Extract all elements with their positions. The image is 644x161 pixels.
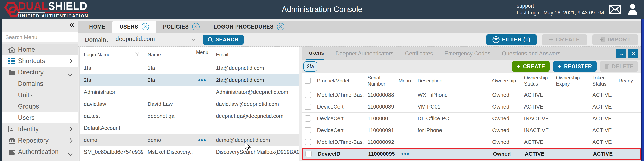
tab-home[interactable]: HOME [82, 21, 112, 33]
filter-button[interactable]: FILTER (1) [486, 34, 537, 45]
row-checkbox[interactable] [305, 115, 311, 121]
dualshield-logo: DUALSHIELD UNIFIED AUTHENTICATION [3, 1, 88, 18]
bank-icon [8, 137, 18, 144]
column-name[interactable]: Name [144, 47, 193, 62]
table-row-hovered[interactable]: demo demo ••• demo@deepnetid.com [80, 134, 299, 146]
table-row[interactable]: Administrator Administrator@deepnetid.co… [80, 86, 299, 98]
table-row[interactable]: DefaultAccount [80, 122, 299, 134]
home-icon [8, 46, 18, 53]
mail-icon[interactable] [609, 5, 621, 14]
search-icon [208, 37, 213, 42]
table-row[interactable]: 1fa 1fa 1fa@deepnetid.com [80, 62, 299, 74]
chevron-down-icon [68, 72, 73, 76]
column-ownership-expiry[interactable]: Ownership Expiry [553, 73, 589, 89]
tokens-table-header: Product/Model Serial Number Menu Descrip… [302, 73, 641, 89]
create-user-button[interactable]: + CREATE [542, 34, 587, 45]
sidebar-item-domains[interactable]: Domains [2, 78, 78, 89]
logo-rule [18, 12, 88, 13]
row-menu-icon[interactable]: ••• [198, 79, 206, 81]
table-row-selected[interactable]: 2fa 2fa ••• 2fa@deepnetid.com [80, 74, 299, 86]
column-serial-number[interactable]: Serial Number [364, 73, 396, 89]
import-button[interactable]: IMPORT [592, 34, 638, 45]
chevron-down-icon [68, 151, 73, 156]
mouse-cursor [244, 142, 252, 152]
status-badge: ACTIVE [589, 89, 615, 101]
sidebar-item-identity[interactable]: Identity [2, 123, 78, 135]
status-badge: ACTIVE [589, 136, 615, 148]
close-tab-icon[interactable]: ✕ [277, 23, 284, 30]
sidebar-item-directory[interactable]: Directory [2, 67, 78, 78]
row-checkbox[interactable] [305, 127, 311, 133]
table-row[interactable]: qa.test deepnet qa deepnet.qa@deepnetid.… [80, 110, 299, 122]
close-panel-button[interactable]: ✕ [628, 49, 638, 59]
sidebar-collapse-icon[interactable]: « [70, 20, 74, 29]
status-badge: ACTIVE [521, 101, 553, 112]
row-checkbox[interactable] [305, 139, 311, 145]
column-ownership-status[interactable]: Ownership Status [521, 73, 553, 89]
row-menu-icon[interactable]: ••• [401, 153, 410, 155]
id-badge-icon [8, 126, 18, 132]
table-row-selected[interactable]: DeviceID 110000095 ••• Owned ACTIVE ACTI… [302, 148, 641, 160]
column-login-name[interactable]: Login Name [84, 52, 110, 57]
header: DUALSHIELD UNIFIED AUTHENTICATION Admini… [0, 0, 644, 19]
user-chip[interactable]: 2fa [304, 61, 317, 72]
sidebar-item-authentication[interactable]: Authentication [2, 146, 78, 157]
folder-icon [8, 69, 18, 75]
delete-token-button[interactable]: DELETE [600, 61, 638, 72]
users-table-header: Login Name Name Menu Email [80, 47, 299, 62]
row-checkbox[interactable] [306, 151, 312, 157]
sidebar-menu: Home Shortcuts Directory Domains Units G… [2, 44, 78, 157]
column-description[interactable]: Description [414, 73, 489, 89]
create-token-button[interactable]: + CREATE [512, 61, 550, 72]
sidebar-item-home[interactable]: Home [2, 44, 78, 55]
sidebar-item-shortcuts[interactable]: Shortcuts [2, 55, 78, 67]
sidebar-item-units[interactable]: Units [2, 89, 78, 101]
expand-panel-button[interactable]: ↔ [616, 49, 626, 59]
search-menu-input[interactable] [2, 32, 78, 42]
row-checkbox[interactable] [305, 92, 311, 98]
column-filter-icon[interactable] [135, 52, 140, 57]
select-all-checkbox[interactable] [305, 78, 311, 84]
user-account-icon[interactable] [627, 4, 639, 15]
table-row[interactable]: DeviceCert 1100000... DI -Office PC Owne… [302, 113, 641, 124]
table-row[interactable]: DeviceCert 110000091 for iPhone Owned IN… [302, 124, 641, 136]
table-row[interactable]: SM_0e80afbd6c754e939 MsExchDiscovery... … [80, 146, 299, 158]
domain-select[interactable]: deepnetid.com [114, 35, 196, 44]
status-badge: INACTIVE [521, 113, 553, 124]
tokens-table: Product/Model Serial Number Menu Descrip… [302, 73, 641, 160]
status-badge: ACTIVE [589, 124, 615, 136]
search-button[interactable]: SEARCH [203, 35, 244, 45]
table-row[interactable]: david.law David Law david.law@deepnetid.… [80, 98, 299, 110]
tab-logon-procedures[interactable]: LOGON PROCEDURES ✕ [206, 21, 292, 33]
row-menu-icon[interactable]: ••• [198, 139, 206, 141]
close-tab-icon[interactable]: ✕ [192, 23, 200, 30]
status-badge: ACTIVE [521, 89, 553, 101]
column-product-model[interactable]: Product/Model [314, 73, 364, 89]
table-row[interactable]: DeviceCert 110000089 VM PC01 Owned ACTIV… [302, 101, 641, 113]
column-email[interactable]: Email [212, 47, 299, 62]
tab-certificates[interactable]: Certificates [405, 47, 433, 60]
tab-policies[interactable]: POLICIES ✕ [156, 21, 206, 33]
tab-questions-answers[interactable]: Questions and Answers [502, 47, 560, 60]
sidebar-item-users[interactable]: Users [2, 112, 78, 123]
status-badge: ACTIVE [522, 148, 554, 159]
status-badge: ACTIVE [521, 136, 553, 148]
tab-emergency-codes[interactable]: Emergency Codes [444, 47, 490, 60]
sidebar-item-repository[interactable]: Repository [2, 135, 78, 146]
table-row[interactable]: MobileID/Time-Bas... 110000088 WX - iPho… [302, 89, 641, 101]
filter-icon [492, 36, 500, 43]
column-ready[interactable]: Ready [615, 73, 641, 89]
users-toolbar: Domain: deepnetid.com SEARCH FILTER (1) … [78, 33, 641, 47]
tab-tokens[interactable]: Tokens [306, 47, 324, 60]
sidebar-item-groups[interactable]: Groups [2, 101, 78, 112]
column-token-status[interactable]: Token Status [589, 73, 615, 89]
register-token-button[interactable]: + REGISTER [553, 61, 596, 72]
close-tab-icon[interactable]: ✕ [142, 23, 149, 30]
chevron-right-icon [68, 127, 73, 131]
detail-toolbar: 2fa + CREATE + REGISTER DELETE [302, 60, 641, 73]
tab-deepnet-authenticators[interactable]: Deepnet Authenticators [336, 47, 394, 60]
tab-users[interactable]: USERS ✕ [112, 21, 156, 33]
column-ownership[interactable]: Ownership [489, 73, 521, 89]
table-row[interactable]: MobileID/Time-Bas... 110000092 Owned ACT… [302, 136, 641, 148]
row-checkbox[interactable] [305, 104, 311, 110]
